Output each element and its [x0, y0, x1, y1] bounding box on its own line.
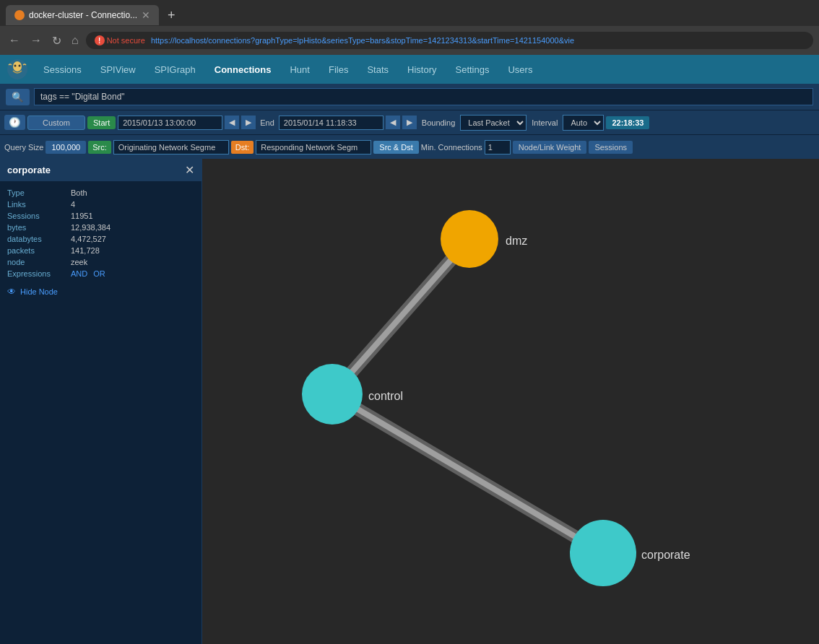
main-content: corporate ✕ Type Both Links 4 Sessions 1… [0, 159, 819, 644]
bytes-val: 12,938,384 [71, 223, 110, 232]
node-dmz[interactable] [441, 210, 498, 268]
node-val: zeek [71, 258, 87, 266]
sessions-key: Sessions [7, 212, 65, 220]
links-val: 4 [71, 200, 75, 209]
src-input[interactable] [113, 140, 229, 155]
node-dmz-label: dmz [506, 235, 527, 247]
start-prev-button[interactable]: ◀ [225, 116, 239, 129]
node-corporate[interactable] [570, 520, 636, 586]
nav-history[interactable]: History [399, 58, 445, 81]
packets-val: 141,728 [71, 246, 100, 255]
bounding-select[interactable]: Last Packet [460, 115, 526, 131]
info-row-type: Type Both [7, 188, 194, 197]
dst-label: Dst: [231, 141, 254, 154]
address-url: https://localhost/connections?graphType=… [151, 36, 574, 45]
panel-header: corporate ✕ [0, 159, 202, 181]
tab-bar: docker-cluster - Connectio... ✕ + [0, 0, 819, 26]
svg-point-3 [19, 65, 21, 67]
forward-button[interactable]: → [27, 31, 45, 50]
address-input[interactable]: ! Not secure https://localhost/connectio… [86, 32, 813, 49]
app-logo [6, 58, 29, 81]
nav-items: Sessions SPIView SPIGraph Connections Hu… [35, 58, 541, 81]
info-row-databytes: databytes 4,472,527 [7, 235, 194, 243]
toolbar: 🕐 Custom Start ◀ ▶ End ◀ ▶ Bounding Last… [0, 110, 819, 134]
expressions-key: Expressions [7, 269, 65, 278]
nav-sessions[interactable]: Sessions [35, 58, 90, 81]
sessions-val: 11951 [71, 212, 93, 220]
info-row-packets: packets 141,728 [7, 246, 194, 255]
start-datetime-input[interactable] [118, 116, 222, 130]
node-control-label: control [368, 390, 403, 402]
nav-connections[interactable]: Connections [206, 58, 280, 81]
query-size-label: Query Size [4, 143, 43, 152]
not-secure-label: Not secure [107, 36, 145, 45]
min-conn-input[interactable] [485, 140, 511, 155]
edge-control-corporate-inner [332, 394, 603, 553]
tab-favicon [14, 10, 25, 20]
search-input[interactable] [34, 88, 813, 105]
svg-point-1 [13, 61, 22, 71]
nav-users[interactable]: Users [499, 58, 541, 81]
panel-content: Type Both Links 4 Sessions 11951 bytes 1… [0, 181, 202, 304]
type-val: Both [71, 188, 87, 197]
nav-spiview[interactable]: SPIView [92, 58, 144, 81]
end-next-button[interactable]: ▶ [402, 116, 417, 129]
custom-dropdown[interactable]: Custom [27, 116, 85, 130]
nav-spigraph[interactable]: SPIGraph [146, 58, 204, 81]
search-bar: 🔍 [0, 84, 819, 110]
panel-close-button[interactable]: ✕ [185, 163, 194, 177]
address-bar: ← → ↻ ⌂ ! Not secure https://localhost/c… [0, 26, 819, 55]
query-bar: Query Size 100,000 Src: Dst: Src & Dst M… [0, 134, 819, 159]
node-corporate-label: corporate [641, 549, 690, 561]
end-prev-button[interactable]: ◀ [386, 116, 400, 129]
start-button[interactable]: Start [87, 116, 116, 129]
hide-node-text: Hide Node [20, 287, 58, 296]
databytes-key: databytes [7, 235, 65, 243]
interval-label: Interval [529, 118, 560, 127]
time-display: 22:18:33 [606, 116, 649, 129]
search-button[interactable]: 🔍 [6, 89, 30, 105]
or-link[interactable]: OR [93, 269, 105, 278]
home-button[interactable]: ⌂ [69, 31, 82, 50]
sidebar-panel: corporate ✕ Type Both Links 4 Sessions 1… [0, 159, 202, 644]
links-key: Links [7, 200, 65, 209]
hide-node-row[interactable]: 👁 Hide Node [7, 287, 194, 297]
srcdst-button[interactable]: Src & Dst [373, 141, 418, 154]
not-secure-icon: ! [95, 35, 105, 45]
panel-title: corporate [7, 165, 51, 175]
nav-files[interactable]: Files [320, 58, 357, 81]
info-row-node: node zeek [7, 258, 194, 266]
node-control[interactable] [302, 364, 363, 425]
nav-settings[interactable]: Settings [446, 58, 498, 81]
dst-input[interactable] [256, 140, 371, 155]
edge-dmz-control-inner [332, 239, 469, 394]
svg-point-2 [14, 65, 17, 67]
refresh-button[interactable]: ↻ [49, 31, 64, 51]
expressions-row: Expressions AND OR [7, 269, 194, 278]
info-row-links: Links 4 [7, 200, 194, 209]
info-row-sessions: Sessions 11951 [7, 212, 194, 220]
and-link[interactable]: AND [71, 269, 87, 278]
type-key: Type [7, 188, 65, 197]
hide-node-icon: 👁 [7, 287, 16, 297]
min-conn-label: Min. Connections [421, 143, 482, 152]
back-button[interactable]: ← [6, 31, 23, 50]
src-label: Src: [88, 141, 111, 154]
databytes-val: 4,472,527 [71, 235, 106, 243]
app-nav: Sessions SPIView SPIGraph Connections Hu… [0, 55, 819, 84]
tab-title: docker-cluster - Connectio... [29, 10, 137, 20]
start-next-button[interactable]: ▶ [241, 116, 256, 129]
not-secure-indicator: ! Not secure [95, 35, 145, 45]
sessions-button[interactable]: Sessions [589, 141, 633, 154]
new-tab-button[interactable]: + [162, 5, 181, 26]
active-tab[interactable]: docker-cluster - Connectio... ✕ [6, 5, 159, 25]
nav-hunt[interactable]: Hunt [281, 58, 318, 81]
graph-area[interactable]: dmz control corporate [202, 159, 819, 644]
interval-select[interactable]: Auto [563, 115, 604, 131]
weight-button[interactable]: Node/Link Weight [513, 141, 587, 154]
clock-button[interactable]: 🕐 [4, 115, 25, 130]
nav-stats[interactable]: Stats [358, 58, 397, 81]
end-datetime-input[interactable] [279, 116, 384, 130]
info-row-bytes: bytes 12,938,384 [7, 223, 194, 232]
tab-close-button[interactable]: ✕ [142, 9, 150, 21]
